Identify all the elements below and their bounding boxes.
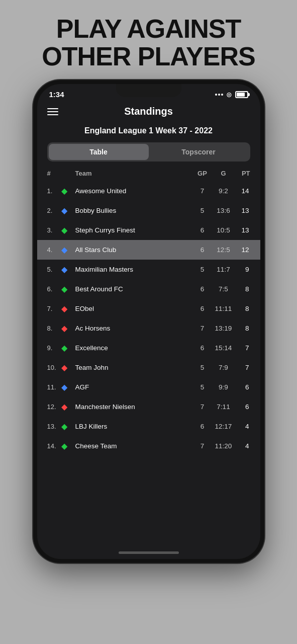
row-g: 7:9 [212,364,235,371]
blue-shirt-icon: ◆ [61,265,67,274]
team-name: Maximilian Masters [75,266,193,273]
wifi-icon: ⊛ [226,91,232,99]
page-title: Standings [58,106,239,117]
table-row: 14. ◆ Cheese Team 7 11:20 4 [37,436,260,456]
row-rank: 2. [47,207,61,214]
row-g: 13:6 [212,207,235,214]
table-row: 6. ◆ Best Around FC 6 7:5 8 [37,279,260,299]
row-g: 13:19 [212,325,235,332]
shirt-icon: ◆ [61,265,75,274]
dot2 [218,94,220,96]
tabs: Table Topscorer [47,142,250,162]
shirt-icon: ◆ [61,186,75,196]
shirt-icon: ◆ [61,245,75,255]
table-row: 13. ◆ LBJ Killers 6 12:17 4 [37,417,260,436]
green-shirt-icon: ◆ [61,226,67,234]
row-g: 12:5 [212,246,235,254]
status-icons: ⊛ [215,91,248,99]
team-name: Awesome United [75,187,193,195]
row-pt: 8 [235,325,250,332]
row-rank: 14. [47,442,61,450]
row-rank: 3. [47,226,61,234]
row-g: 10:5 [212,226,235,234]
green-shirt-icon: ◆ [61,187,67,195]
shirt-icon: ◆ [61,422,75,431]
team-name: Ac Horsens [75,325,193,332]
phone-screen: 1:34 ⊛ Standings [37,84,260,559]
header-g: G [212,170,235,177]
battery-icon [235,91,248,98]
row-gp: 7 [193,403,212,411]
table-row: 8. ◆ Ac Horsens 7 13:19 8 [37,318,260,338]
row-g: 7:5 [212,285,235,293]
blue-shirt-icon: ◆ [61,206,67,215]
red-shirt-icon: ◆ [61,324,67,333]
phone-wrapper: 1:34 ⊛ Standings [33,80,264,563]
red-shirt-icon: ◆ [61,363,67,372]
headline: PLAY AGAINST OTHER PLAYERS [27,0,270,80]
row-g: 12:17 [212,423,235,430]
dot1 [215,94,217,96]
row-gp: 7 [193,325,212,332]
row-rank: 10. [47,364,61,371]
row-rank: 1. [47,187,61,195]
row-pt: 6 [235,383,250,391]
team-name: Steph Currys Finest [75,226,193,234]
row-rank: 6. [47,285,61,293]
table-row: 4. ◆ All Stars Club 6 12:5 12 [37,240,260,260]
shirt-icon: ◆ [61,284,75,294]
team-name: Team John [75,364,193,371]
green-shirt-icon: ◆ [61,442,67,450]
tab-topscorer[interactable]: Topscorer [149,144,249,160]
row-gp: 6 [193,423,212,430]
row-pt: 14 [235,187,250,195]
battery-fill [237,93,245,97]
row-gp: 5 [193,383,212,391]
row-gp: 6 [193,246,212,254]
row-gp: 6 [193,305,212,312]
row-g: 7:11 [212,403,235,411]
row-gp: 6 [193,344,212,352]
row-g: 11:20 [212,442,235,450]
row-pt: 6 [235,403,250,411]
table-row: 2. ◆ Bobby Bullies 5 13:6 13 [37,201,260,220]
shirt-icon: ◆ [61,382,75,392]
app-header: Standings [37,102,260,121]
row-pt: 12 [235,246,250,254]
header-rank: # [47,170,61,177]
headline-line1: PLAY AGAINST [56,14,241,43]
row-rank: 4. [47,246,61,254]
hamburger-menu-icon[interactable] [47,108,58,115]
row-g: 9:2 [212,187,235,195]
table-header: # Team GP G PT [37,168,260,181]
shirt-icon: ◆ [61,304,75,313]
shirt-icon: ◆ [61,441,75,451]
row-pt: 13 [235,226,250,234]
shirt-icon: ◆ [61,206,75,215]
team-name: Manchester Nielsen [75,403,193,411]
tab-table[interactable]: Table [49,144,149,160]
green-shirt-icon: ◆ [61,344,67,352]
shirt-icon: ◆ [61,324,75,333]
table-row: 12. ◆ Manchester Nielsen 7 7:11 6 [37,397,260,417]
table-row: 9. ◆ Excellence 6 15:14 7 [37,338,260,358]
hamburger-line-3 [47,114,58,115]
blue-shirt-icon: ◆ [61,383,67,391]
team-name: Excellence [75,344,193,352]
table-row: 1. ◆ Awesome United 7 9:2 14 [37,181,260,201]
row-gp: 5 [193,207,212,214]
shirt-icon: ◆ [61,402,75,412]
table-row: 5. ◆ Maximilian Masters 5 11:7 9 [37,260,260,279]
row-gp: 7 [193,187,212,195]
shirt-icon: ◆ [61,343,75,353]
row-gp: 6 [193,285,212,293]
row-pt: 7 [235,344,250,352]
row-pt: 7 [235,364,250,371]
team-name: LBJ Killers [75,423,193,430]
row-rank: 11. [47,383,61,391]
row-g: 15:14 [212,344,235,352]
green-shirt-icon: ◆ [61,285,67,293]
table-row: 3. ◆ Steph Currys Finest 6 10:5 13 [37,220,260,240]
home-indicator [119,551,179,554]
hamburger-line-1 [47,108,58,109]
